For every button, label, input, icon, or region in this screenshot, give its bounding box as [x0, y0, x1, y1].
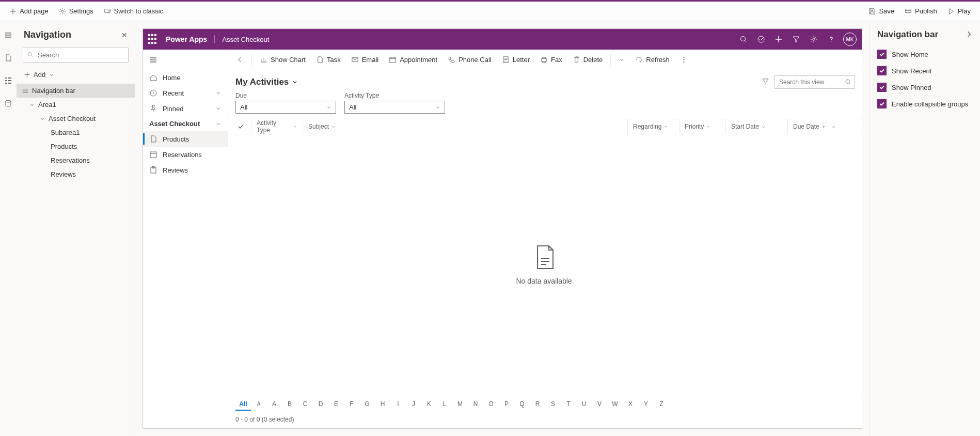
cmd-back[interactable] [231, 53, 248, 66]
sidebar-hamburger[interactable] [143, 52, 228, 70]
column-start-date[interactable]: Start Date [725, 119, 787, 134]
view-title-dropdown[interactable]: My Activities [235, 77, 298, 87]
header-help-icon[interactable] [823, 35, 840, 43]
column-priority[interactable]: Priority [679, 119, 725, 134]
alpha-letter[interactable]: Y [638, 398, 654, 411]
alpha-letter[interactable]: M [452, 398, 468, 411]
rail-navigation-icon[interactable] [4, 76, 13, 85]
sidebar-item-products[interactable]: Products [143, 131, 228, 147]
header-search-icon[interactable] [735, 35, 752, 43]
cmd-delete[interactable]: Delete [568, 53, 608, 66]
sidebar-item-reviews[interactable]: Reviews [143, 162, 228, 178]
filter-due-select[interactable]: All [235, 101, 336, 114]
tree-item-label: Subarea1 [51, 129, 80, 136]
alpha-letter[interactable]: X [623, 398, 638, 411]
cmd-show-chart[interactable]: Show Chart [255, 53, 310, 66]
sidebar-group-asset-checkout[interactable]: Asset Checkout [143, 116, 228, 131]
alpha-letter[interactable]: E [328, 398, 344, 411]
close-panel-button[interactable]: ✕ [121, 31, 128, 39]
alpha-all[interactable]: All [235, 398, 251, 411]
play-button[interactable]: Play [943, 5, 975, 17]
alpha-letter[interactable]: R [530, 398, 545, 411]
add-button[interactable]: Add [17, 68, 135, 82]
column-activity-type[interactable]: Activity Type [251, 119, 303, 134]
alpha-letter[interactable]: F [344, 398, 359, 411]
collapse-panel-button[interactable] [966, 30, 973, 39]
alpha-letter[interactable]: B [282, 398, 297, 411]
view-filter-icon[interactable] [762, 77, 769, 87]
column-regarding[interactable]: Regarding [627, 119, 679, 134]
view-search-input[interactable] [774, 75, 855, 89]
tree-reservations[interactable]: Reservations [17, 153, 135, 167]
alpha-letter[interactable]: N [468, 398, 483, 411]
alpha-letter[interactable]: U [576, 398, 592, 411]
alpha-letter[interactable]: A [266, 398, 282, 411]
alpha-letter[interactable]: K [421, 398, 437, 411]
alpha-letter[interactable]: Q [514, 398, 530, 411]
alpha-letter[interactable]: W [607, 398, 623, 411]
tree-subarea1[interactable]: Subarea1 [17, 126, 135, 139]
alpha-letter[interactable]: L [437, 398, 452, 411]
alpha-letter[interactable]: H [375, 398, 390, 411]
save-button[interactable]: Save [864, 5, 898, 17]
cmd-task[interactable]: Task [311, 53, 345, 66]
column-subject[interactable]: Subject [303, 119, 627, 134]
alpha-letter[interactable]: T [561, 398, 576, 411]
cmd-fax[interactable]: Fax [535, 53, 567, 66]
cmd-delete-chevron[interactable] [614, 54, 629, 66]
tree-area1[interactable]: Area1 [17, 98, 135, 112]
checkbox-show-pinned[interactable]: Show Pinned [870, 79, 980, 96]
cmd-more[interactable] [675, 53, 692, 66]
checkbox-label: Show Home [892, 51, 928, 58]
tree-asset-checkout[interactable]: Asset Checkout [17, 112, 135, 126]
tree-navigation-bar[interactable]: Navigation bar [17, 84, 135, 98]
alpha-letter[interactable]: S [545, 398, 561, 411]
alpha-letter[interactable]: P [499, 398, 514, 411]
settings-button[interactable]: Settings [55, 5, 98, 17]
alpha-letter[interactable]: I [390, 398, 406, 411]
switch-classic-button[interactable]: Switch to classic [100, 5, 167, 17]
cmd-phone-call[interactable]: Phone Call [443, 53, 496, 66]
column-due-date[interactable]: Due Date [787, 119, 855, 134]
header-filter-icon[interactable] [787, 35, 805, 43]
task-icon [316, 56, 324, 64]
tree-products[interactable]: Products [17, 139, 135, 153]
alpha-letter[interactable]: O [483, 398, 499, 411]
cmd-appointment[interactable]: Appointment [384, 53, 442, 66]
app-sidebar: Home Recent Pinned [143, 50, 228, 428]
sidebar-item-pinned[interactable]: Pinned [143, 101, 228, 116]
sidebar-item-reservations[interactable]: Reservations [143, 147, 228, 162]
waffle-icon[interactable] [148, 34, 159, 44]
alpha-letter[interactable]: J [406, 398, 421, 411]
alpha-letter[interactable]: # [251, 398, 266, 411]
column-select-all[interactable] [235, 119, 251, 134]
alpha-letter[interactable]: G [359, 398, 375, 411]
header-target-icon[interactable] [752, 35, 770, 43]
tree-item-label: Navigation bar [32, 87, 75, 95]
checkbox-enable-collapsible[interactable]: Enable collapsible groups [870, 96, 980, 112]
search-icon[interactable] [845, 79, 851, 85]
header-avatar[interactable]: MK [843, 33, 857, 46]
alpha-letter[interactable]: C [297, 398, 313, 411]
filter-type-select[interactable]: All [344, 101, 445, 114]
publish-button[interactable]: Publish [900, 5, 941, 17]
alpha-letter[interactable]: D [313, 398, 328, 411]
cmd-refresh[interactable]: Refresh [630, 53, 674, 66]
plus-icon [9, 8, 17, 15]
header-gear-icon[interactable] [805, 35, 823, 43]
rail-data-icon[interactable] [4, 99, 13, 108]
sidebar-item-recent[interactable]: Recent [143, 85, 228, 101]
header-plus-icon[interactable] [770, 35, 787, 43]
checkbox-show-recent[interactable]: Show Recent [870, 63, 980, 79]
tree-reviews[interactable]: Reviews [17, 167, 135, 181]
rail-pages-icon[interactable] [4, 53, 13, 63]
alpha-letter[interactable]: Z [654, 398, 669, 411]
sidebar-item-home[interactable]: Home [143, 70, 228, 85]
checkbox-show-home[interactable]: Show Home [870, 46, 980, 63]
rail-hamburger-icon[interactable] [4, 30, 13, 40]
nav-search-input[interactable] [23, 48, 129, 63]
add-page-button[interactable]: Add page [5, 5, 53, 17]
alpha-letter[interactable]: V [592, 398, 607, 411]
cmd-email[interactable]: Email [346, 53, 384, 66]
cmd-letter[interactable]: Letter [497, 53, 534, 66]
